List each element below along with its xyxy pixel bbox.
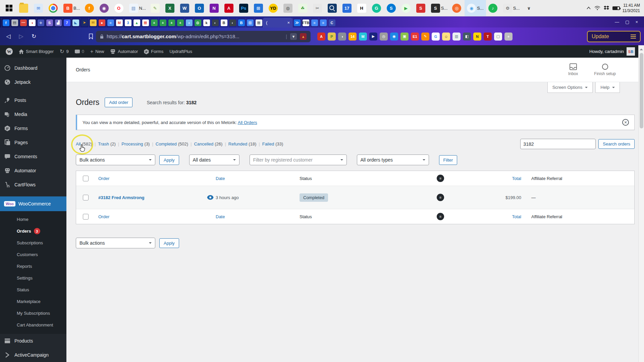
apply-button[interactable]: Apply <box>159 155 179 165</box>
submenu-item-subscriptions[interactable]: Subscriptions <box>0 237 66 249</box>
taskbar-app[interactable]: ✉ <box>32 0 46 16</box>
taskbar-app[interactable] <box>325 0 340 16</box>
browser-tab[interactable]: f <box>1 18 10 27</box>
browser-tab[interactable]: ▥ <box>246 18 254 27</box>
browser-tab[interactable]: ≡ <box>319 18 327 27</box>
extension-icon[interactable]: E1 <box>411 33 419 41</box>
extension-icon[interactable]: T <box>484 33 492 41</box>
col-order[interactable]: Order <box>98 214 109 219</box>
taskbar-app[interactable]: H <box>355 0 370 16</box>
wp-logo-menu[interactable]: W <box>3 45 16 58</box>
extension-icon[interactable]: ▣ <box>400 33 409 41</box>
taskbar-app[interactable]: ✎ <box>148 0 163 16</box>
extension-icon[interactable]: ◎ <box>380 33 388 41</box>
battery-icon[interactable] <box>612 6 620 10</box>
browser-tab[interactable]: + <box>150 18 158 27</box>
search-orders-button[interactable]: Search orders <box>598 139 635 149</box>
dates-select[interactable]: All dates <box>189 155 239 165</box>
browser-tab[interactable]: ⋯ <box>19 18 28 27</box>
finish-setup-button[interactable]: Finish setup <box>594 63 616 76</box>
browser-tab[interactable]: ▤ <box>10 18 19 27</box>
submenu-item-marketplace[interactable]: Marketplace <box>0 296 66 307</box>
bookmark-icon[interactable] <box>89 34 93 40</box>
browser-tab[interactable]: ➤ <box>80 18 89 27</box>
page-scrollbar[interactable] <box>638 45 644 362</box>
view-filter-link[interactable]: All <box>76 141 80 146</box>
taskbar-app[interactable]: O <box>112 0 127 16</box>
taskbar-app[interactable]: ♪ <box>486 0 501 16</box>
extension-icon[interactable]: G <box>432 33 440 41</box>
taskbar-app[interactable]: ∨ <box>522 0 537 16</box>
extension-icon[interactable]: N <box>473 33 481 41</box>
forward-button[interactable]: ▷ <box>16 33 26 40</box>
select-all-checkbox[interactable] <box>83 176 89 181</box>
browser-tab[interactable]: + <box>158 18 167 27</box>
taskbar-app[interactable]: 17 <box>340 0 355 16</box>
search-input[interactable] <box>520 139 596 149</box>
taskbar-app[interactable]: N <box>207 0 222 16</box>
active-tab[interactable]: ( × <box>263 18 292 27</box>
sidebar-item-automator[interactable]: Automator <box>0 164 66 178</box>
sidebar-item-dashboard[interactable]: Dashboard <box>0 61 66 75</box>
extension-icon[interactable]: 14 <box>348 33 357 41</box>
menu-icon[interactable] <box>631 35 636 39</box>
updraftplus-menu[interactable]: UpdraftPlus <box>166 45 195 58</box>
comments-menu[interactable]: 0 <box>72 45 87 58</box>
updates-menu[interactable]: ↻ 9 <box>57 45 72 58</box>
preview-icon[interactable] <box>207 195 214 200</box>
close-button[interactable]: × <box>635 19 638 24</box>
extension-icon[interactable]: ▥ <box>452 33 461 41</box>
minimize-button[interactable]: — <box>615 19 619 24</box>
browser-tab[interactable]: B <box>219 18 228 27</box>
extension-icon[interactable]: ☺ <box>442 33 450 41</box>
scrollbar-thumb[interactable] <box>640 53 643 128</box>
browser-tab[interactable]: FTB <box>301 18 310 27</box>
extension-icon[interactable]: ▢ <box>494 33 502 41</box>
bulk-actions-select-bottom[interactable]: Bulk actions <box>76 238 155 248</box>
view-filter-link[interactable]: Failed <box>262 141 274 146</box>
submenu-item-reports[interactable]: Reports <box>0 260 66 272</box>
browser-tab[interactable]: B <box>237 18 246 27</box>
browser-tab[interactable]: ▲ <box>132 18 141 27</box>
sidebar-item-cartflows[interactable]: CartFlows <box>0 178 66 192</box>
submenu-item-my-subscriptions[interactable]: My Subscriptions <box>0 307 66 319</box>
view-filter-link[interactable]: Processing <box>121 141 143 146</box>
extension-icon[interactable]: M <box>359 33 367 41</box>
start-button[interactable] <box>1 0 17 16</box>
taskbar-app[interactable]: ⚙ S... <box>501 0 522 16</box>
brave-shield-icon[interactable]: ▼ <box>290 33 297 40</box>
submenu-item-settings[interactable]: Settings <box>0 272 66 284</box>
bulk-actions-select[interactable]: Bulk actions <box>76 155 155 165</box>
update-button[interactable]: Update <box>587 31 641 42</box>
submenu-item-customers[interactable]: Customers <box>0 249 66 260</box>
taskbar-app[interactable]: ✂ <box>311 0 325 16</box>
submenu-item-cart-abandonment[interactable]: Cart Abandonment <box>0 319 66 331</box>
browser-tab[interactable]: M <box>115 18 123 27</box>
col-order[interactable]: Order <box>98 176 109 181</box>
taskbar-app[interactable]: ◎ <box>450 0 465 16</box>
taskbar-app[interactable]: S S... <box>429 0 450 16</box>
taskbar-app[interactable]: X <box>163 0 178 16</box>
dropbox-icon[interactable] <box>604 6 609 10</box>
col-total[interactable]: Total <box>512 214 521 219</box>
order-notes-icon[interactable]: ≡ <box>437 194 444 201</box>
taskbar-app[interactable]: S <box>384 0 399 16</box>
browser-tab[interactable]: ≫ <box>292 18 301 27</box>
sidebar-item-activecampaign[interactable]: ActiveCampaign <box>0 348 66 362</box>
reload-button[interactable]: ↻ <box>29 33 39 40</box>
automator-menu[interactable]: Automator <box>107 45 141 58</box>
all-orders-link[interactable]: All Orders <box>238 120 257 125</box>
browser-tab[interactable]: ● <box>97 18 106 27</box>
customer-filter-select[interactable]: Filter by registered customer <box>250 155 347 165</box>
sidebar-item-forms[interactable]: Forms <box>0 121 66 135</box>
taskbar-app[interactable]: f <box>83 0 97 16</box>
col-total[interactable]: Total <box>512 176 521 181</box>
forms-menu[interactable]: Forms <box>141 45 166 58</box>
sidebar-item-posts[interactable]: Posts <box>0 93 66 107</box>
taskbar-app[interactable]: G <box>370 0 384 16</box>
row-checkbox[interactable] <box>83 195 89 200</box>
wifi-icon[interactable] <box>594 6 600 10</box>
submenu-item-home[interactable]: Home <box>0 214 66 225</box>
order-types-select[interactable]: All orders types <box>357 155 429 165</box>
taskbar-app[interactable]: S <box>414 0 429 16</box>
